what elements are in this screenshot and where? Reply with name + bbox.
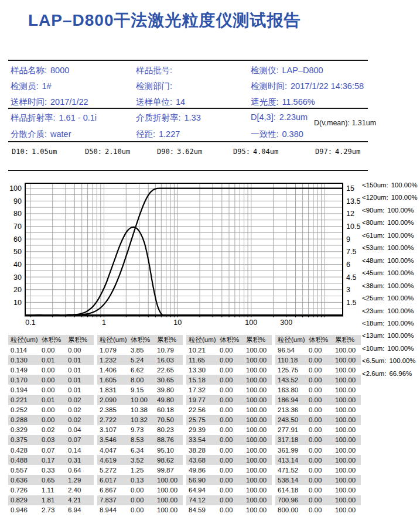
diameter-cell: 84.59 (189, 506, 220, 513)
cumulative-cell: 100.00 (335, 436, 363, 443)
diameter-cell: 0.946 (11, 506, 42, 513)
volume-cell: 0.00 (42, 367, 68, 374)
table-row: 700.960.00100.00 (275, 495, 361, 505)
diameter-cell: 6.017 (100, 477, 131, 484)
table-row: 13.300.00100.00 (186, 365, 272, 375)
x-axis-tick: 10 (173, 319, 182, 327)
size-threshold-value: 100.00% (387, 332, 414, 339)
size-threshold-label: <18um: (362, 320, 384, 327)
right-axis-tick: 15 (346, 184, 354, 193)
cumulative-cell: 0.01 (68, 367, 96, 374)
cumulative-cell: 0.64 (68, 467, 96, 474)
psd-chart-svg: 1020304050607080901001.534.567.5910.5121… (0, 177, 361, 330)
field-label: 样品名称: (11, 66, 47, 75)
volume-cell: 5.24 (131, 357, 157, 364)
size-threshold-item: <120um:100.00% (362, 191, 418, 204)
psd-table-3: 粒径(um)体积%累积%10.210.00100.0011.650.00100.… (186, 335, 272, 515)
right-axis-tick: 9 (346, 235, 350, 244)
cumulative-cell: 0.04 (68, 426, 96, 433)
cumulative-cell: 100.00 (335, 367, 363, 374)
field-label: D90: (157, 148, 174, 156)
cumulative-cell: 100.00 (246, 416, 274, 423)
volume-cell: 0.00 (309, 467, 335, 474)
volume-cell: 0.00 (220, 416, 246, 423)
field-label: D50: (85, 148, 102, 156)
cumulative-cell: 2.40 (68, 487, 96, 494)
diameter-cell: 125.75 (278, 367, 309, 374)
volume-cell: 6.62 (131, 367, 157, 374)
size-threshold-label: <90um: (362, 207, 384, 214)
operator-field: 检测员:1# (11, 81, 136, 97)
volume-cell: 0.00 (220, 506, 246, 513)
column-header: 粒径(um) (189, 335, 220, 344)
diameter-cell: 2.090 (100, 396, 131, 403)
volume-cell: 3.52 (131, 457, 157, 464)
cumulative-cell: 100.00 (246, 347, 274, 354)
table-row: 84.590.00100.00 (186, 505, 272, 515)
table-row: 0.1140.000.00 (8, 345, 94, 355)
volume-cell: 0.00 (220, 487, 246, 494)
diameter-cell: 0.194 (11, 386, 42, 393)
table-row: 5.2721.2599.87 (97, 465, 183, 475)
medium-ri-field: 介质折射率:1.33 (136, 112, 251, 129)
left-axis-tick: 90 (13, 197, 22, 206)
cumulative-cell: 100.00 (157, 497, 185, 504)
table-header-row: 粒径(um)体积%累积% (186, 335, 272, 345)
sample-ri-field: 样品折射率:1.61 - 0.1i (11, 112, 136, 129)
cumulative-cell: 100.00 (157, 487, 185, 494)
field-value: 1.61 - 0.1i (59, 113, 97, 122)
table-row: 143.520.00100.00 (275, 375, 361, 385)
table-row: 2.09010.0049.80 (97, 395, 183, 405)
volume-cell: 1.81 (42, 497, 68, 504)
d95-field: D95:4.04um (233, 148, 278, 156)
diameter-cell: 5.272 (100, 467, 131, 474)
diameter-cell: 64.94 (189, 487, 220, 494)
diameter-cell: 0.375 (11, 436, 42, 443)
table-row: 1.2325.2416.03 (97, 355, 183, 365)
volume-cell: 0.00 (220, 396, 246, 403)
size-threshold-value: 100.00% (391, 182, 418, 189)
volume-cell: 0.00 (309, 396, 335, 403)
cumulative-cell: 100.00 (157, 477, 185, 484)
size-threshold-label: <2.6um: (362, 370, 386, 377)
cumulative-cell: 100.00 (335, 477, 363, 484)
x-axis-tick: 0.1 (25, 319, 35, 327)
sampling-unit-field: 送样单位:14 (136, 97, 251, 112)
cumulative-cell: 100.00 (246, 477, 274, 484)
diameter-cell: 361.99 (278, 447, 309, 454)
volume-cell: 9.15 (131, 386, 157, 393)
left-axis-tick: 60 (13, 235, 22, 244)
table-row: 17.320.00100.00 (186, 385, 272, 395)
diameter-cell: 614.18 (278, 487, 309, 494)
field-value: 2.10um (105, 148, 130, 156)
table-row: 0.1940.000.01 (8, 385, 94, 395)
d97-field: D97:4.29um (315, 148, 360, 156)
cumulative-cell: 100.00 (335, 376, 363, 384)
field-label: 遮光度: (251, 97, 279, 107)
right-axis-tick: 12 (346, 210, 354, 218)
column-header: 粒径(um) (278, 335, 309, 344)
volume-cell: 0.00 (220, 497, 246, 504)
size-threshold-item: <48um:100.00% (362, 255, 418, 267)
diameter-cell: 6.867 (100, 487, 131, 494)
right-axis-tick: 10.5 (346, 222, 360, 231)
volume-cell: 0.00 (220, 347, 246, 354)
report-title: LAP–D800干法激光粒度仪测试报告 (28, 9, 301, 32)
table-row: 125.750.00100.00 (275, 365, 361, 375)
size-threshold-label: <23um: (362, 307, 384, 314)
field-label: 检测部门: (136, 81, 172, 91)
cumulative-cell: 6.94 (68, 506, 96, 513)
cumulative-cell: 39.80 (157, 386, 185, 393)
volume-cell: 0.65 (42, 477, 68, 484)
volume-cell: 0.00 (131, 487, 157, 494)
table-row: 74.120.00100.00 (186, 495, 272, 505)
cumulative-cell: 0.00 (68, 347, 96, 354)
cumulative-cell: 100.00 (246, 497, 274, 504)
span-field: 径距:1.227 (136, 129, 251, 145)
left-axis-tick: 70 (13, 222, 22, 231)
cumulative-cell: 10.79 (157, 347, 185, 354)
diameter-cell: 3.546 (100, 436, 131, 443)
x-axis-tick: 1 (102, 319, 106, 327)
table-row: 0.1490.000.01 (8, 365, 94, 375)
psd-table-1: 粒径(um)体积%累积%0.1140.000.000.1300.010.010.… (8, 335, 94, 515)
